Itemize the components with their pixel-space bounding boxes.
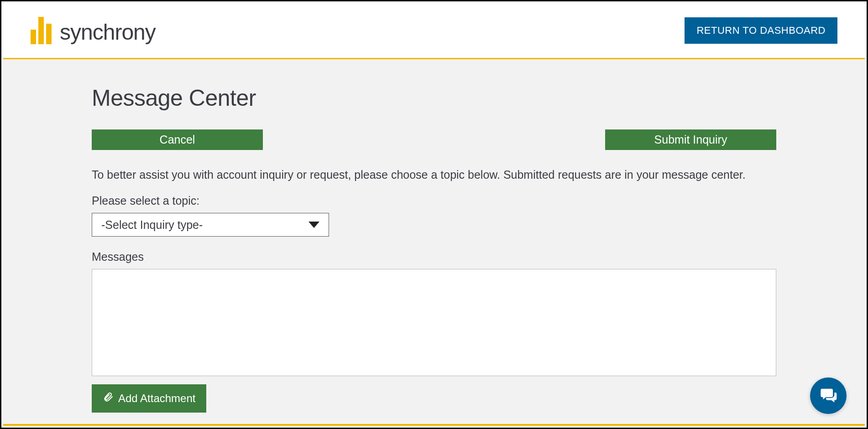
header: synchrony RETURN TO DASHBOARD <box>3 3 865 58</box>
inquiry-type-select-value: -Select Inquiry type- <box>101 218 203 232</box>
brand-logo: synchrony <box>31 17 156 44</box>
logo-bars-icon <box>31 17 52 44</box>
topic-label: Please select a topic: <box>92 194 776 207</box>
return-to-dashboard-button[interactable]: RETURN TO DASHBOARD <box>685 17 837 44</box>
brand-name: synchrony <box>60 21 156 43</box>
chevron-down-icon <box>309 222 319 228</box>
submit-inquiry-button[interactable]: Submit Inquiry <box>605 129 776 150</box>
main-content: Message Center Cancel Submit Inquiry To … <box>3 59 865 424</box>
chat-icon <box>819 386 837 406</box>
instruction-text: To better assist you with account inquir… <box>92 168 776 181</box>
paperclip-icon <box>103 392 114 405</box>
cancel-button[interactable]: Cancel <box>92 129 263 150</box>
footer-divider <box>3 424 865 426</box>
add-attachment-label: Add Attachment <box>118 392 195 405</box>
add-attachment-button[interactable]: Add Attachment <box>92 384 206 413</box>
page-title: Message Center <box>92 85 776 111</box>
messages-textarea[interactable] <box>92 269 776 376</box>
inquiry-type-select[interactable]: -Select Inquiry type- <box>92 213 329 237</box>
messages-label: Messages <box>92 250 776 264</box>
chat-fab-button[interactable] <box>810 377 847 414</box>
action-button-row: Cancel Submit Inquiry <box>92 129 776 150</box>
